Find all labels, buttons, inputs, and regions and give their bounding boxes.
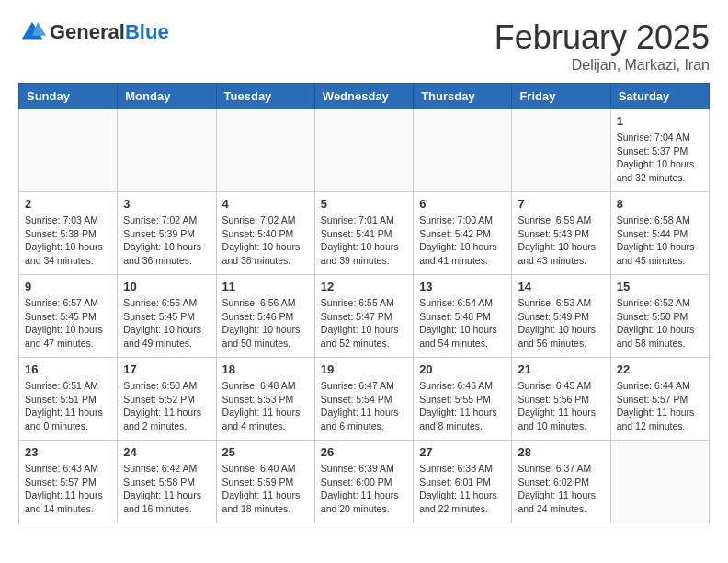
weekday-header: Sunday [19, 84, 118, 109]
day-info: Sunrise: 6:51 AM Sunset: 5:51 PM Dayligh… [25, 379, 111, 433]
day-info: Sunrise: 6:55 AM Sunset: 5:47 PM Dayligh… [321, 296, 407, 350]
calendar-cell [314, 109, 413, 192]
month-title: February 2025 [495, 18, 710, 57]
day-info: Sunrise: 6:37 AM Sunset: 6:02 PM Dayligh… [518, 462, 604, 516]
day-number: 22 [617, 362, 703, 376]
calendar-week-row: 23Sunrise: 6:43 AM Sunset: 5:57 PM Dayli… [19, 441, 710, 523]
calendar: SundayMondayTuesdayWednesdayThursdayFrid… [18, 83, 710, 523]
calendar-cell: 26Sunrise: 6:39 AM Sunset: 6:00 PM Dayli… [314, 441, 413, 523]
calendar-cell [118, 109, 216, 192]
day-info: Sunrise: 6:57 AM Sunset: 5:45 PM Dayligh… [25, 296, 111, 350]
day-info: Sunrise: 6:43 AM Sunset: 5:57 PM Dayligh… [25, 462, 111, 516]
day-info: Sunrise: 6:46 AM Sunset: 5:55 PM Dayligh… [419, 379, 506, 433]
day-info: Sunrise: 6:50 AM Sunset: 5:52 PM Dayligh… [123, 379, 210, 433]
calendar-cell: 24Sunrise: 6:42 AM Sunset: 5:58 PM Dayli… [118, 441, 216, 523]
calendar-cell: 17Sunrise: 6:50 AM Sunset: 5:52 PM Dayli… [118, 358, 216, 441]
day-number: 24 [123, 445, 210, 459]
calendar-cell: 2Sunrise: 7:03 AM Sunset: 5:38 PM Daylig… [19, 192, 118, 275]
day-number: 9 [25, 280, 111, 293]
calendar-cell [414, 109, 512, 192]
day-number: 8 [617, 197, 703, 211]
weekday-header: Wednesday [314, 84, 413, 109]
logo: GeneralBlue [18, 18, 169, 46]
day-number: 17 [123, 362, 210, 376]
calendar-cell: 21Sunrise: 6:45 AM Sunset: 5:56 PM Dayli… [512, 358, 610, 441]
page-header: GeneralBlue February 2025 Delijan, Marka… [18, 18, 710, 74]
day-number: 12 [321, 280, 407, 293]
weekday-header: Saturday [610, 84, 709, 109]
day-info: Sunrise: 6:47 AM Sunset: 5:54 PM Dayligh… [321, 379, 407, 433]
day-info: Sunrise: 6:42 AM Sunset: 5:58 PM Dayligh… [123, 462, 210, 516]
calendar-week-row: 2Sunrise: 7:03 AM Sunset: 5:38 PM Daylig… [19, 192, 710, 275]
day-number: 15 [617, 280, 703, 293]
day-number: 10 [123, 280, 210, 293]
calendar-cell: 6Sunrise: 7:00 AM Sunset: 5:42 PM Daylig… [414, 192, 512, 275]
day-number: 28 [518, 445, 604, 459]
day-info: Sunrise: 7:01 AM Sunset: 5:41 PM Dayligh… [321, 213, 407, 268]
calendar-week-row: 1Sunrise: 7:04 AM Sunset: 5:37 PM Daylig… [19, 109, 710, 192]
day-number: 5 [321, 197, 407, 211]
logo-general: General [50, 20, 125, 43]
weekday-header: Friday [512, 84, 610, 109]
day-info: Sunrise: 6:48 AM Sunset: 5:53 PM Dayligh… [222, 379, 309, 433]
calendar-cell [216, 109, 314, 192]
day-number: 4 [222, 197, 309, 211]
day-number: 21 [518, 362, 604, 376]
weekday-header: Tuesday [216, 84, 314, 109]
day-info: Sunrise: 6:59 AM Sunset: 5:43 PM Dayligh… [518, 213, 604, 268]
calendar-cell: 25Sunrise: 6:40 AM Sunset: 5:59 PM Dayli… [216, 441, 314, 523]
day-info: Sunrise: 7:02 AM Sunset: 5:40 PM Dayligh… [222, 213, 309, 268]
calendar-week-row: 16Sunrise: 6:51 AM Sunset: 5:51 PM Dayli… [19, 358, 710, 441]
day-number: 20 [419, 362, 506, 376]
calendar-cell: 18Sunrise: 6:48 AM Sunset: 5:53 PM Dayli… [216, 358, 314, 441]
calendar-cell: 22Sunrise: 6:44 AM Sunset: 5:57 PM Dayli… [610, 358, 709, 441]
calendar-cell: 13Sunrise: 6:54 AM Sunset: 5:48 PM Dayli… [414, 275, 512, 358]
calendar-cell: 11Sunrise: 6:56 AM Sunset: 5:46 PM Dayli… [216, 275, 314, 358]
calendar-cell: 28Sunrise: 6:37 AM Sunset: 6:02 PM Dayli… [512, 441, 610, 523]
title-block: February 2025 Delijan, Markazi, Iran [495, 18, 710, 74]
day-number: 14 [518, 280, 604, 293]
day-info: Sunrise: 6:39 AM Sunset: 6:00 PM Dayligh… [321, 462, 407, 516]
day-info: Sunrise: 6:56 AM Sunset: 5:46 PM Dayligh… [222, 296, 309, 350]
day-info: Sunrise: 7:03 AM Sunset: 5:38 PM Dayligh… [25, 213, 111, 268]
calendar-cell: 14Sunrise: 6:53 AM Sunset: 5:49 PM Dayli… [512, 275, 610, 358]
calendar-cell: 12Sunrise: 6:55 AM Sunset: 5:47 PM Dayli… [314, 275, 413, 358]
day-number: 25 [222, 445, 309, 459]
day-number: 23 [25, 445, 111, 459]
day-info: Sunrise: 6:38 AM Sunset: 6:01 PM Dayligh… [419, 462, 506, 516]
weekday-header: Monday [118, 84, 216, 109]
day-info: Sunrise: 6:56 AM Sunset: 5:45 PM Dayligh… [123, 296, 210, 350]
weekday-header: Thursday [414, 84, 512, 109]
calendar-cell: 3Sunrise: 7:02 AM Sunset: 5:39 PM Daylig… [118, 192, 216, 275]
day-info: Sunrise: 7:00 AM Sunset: 5:42 PM Dayligh… [419, 213, 506, 268]
calendar-cell [610, 441, 709, 523]
day-info: Sunrise: 6:44 AM Sunset: 5:57 PM Dayligh… [617, 379, 703, 433]
location: Delijan, Markazi, Iran [495, 57, 710, 74]
day-info: Sunrise: 7:02 AM Sunset: 5:39 PM Dayligh… [123, 213, 210, 268]
calendar-cell: 7Sunrise: 6:59 AM Sunset: 5:43 PM Daylig… [512, 192, 610, 275]
calendar-cell: 9Sunrise: 6:57 AM Sunset: 5:45 PM Daylig… [19, 275, 118, 358]
day-number: 6 [419, 197, 506, 211]
day-number: 1 [617, 114, 703, 128]
calendar-cell: 19Sunrise: 6:47 AM Sunset: 5:54 PM Dayli… [314, 358, 413, 441]
calendar-cell [512, 109, 610, 192]
day-info: Sunrise: 6:40 AM Sunset: 5:59 PM Dayligh… [222, 462, 309, 516]
calendar-cell: 23Sunrise: 6:43 AM Sunset: 5:57 PM Dayli… [19, 441, 118, 523]
day-info: Sunrise: 6:52 AM Sunset: 5:50 PM Dayligh… [617, 296, 703, 350]
day-info: Sunrise: 6:54 AM Sunset: 5:48 PM Dayligh… [419, 296, 506, 350]
day-number: 18 [222, 362, 309, 376]
day-number: 19 [321, 362, 407, 376]
day-info: Sunrise: 6:58 AM Sunset: 5:44 PM Dayligh… [617, 213, 703, 268]
calendar-cell [19, 109, 118, 192]
day-info: Sunrise: 6:53 AM Sunset: 5:49 PM Dayligh… [518, 296, 604, 350]
day-number: 26 [321, 445, 407, 459]
calendar-cell: 1Sunrise: 7:04 AM Sunset: 5:37 PM Daylig… [610, 109, 709, 192]
day-number: 11 [222, 280, 309, 293]
day-number: 27 [419, 445, 506, 459]
calendar-cell: 20Sunrise: 6:46 AM Sunset: 5:55 PM Dayli… [414, 358, 512, 441]
day-number: 16 [25, 362, 111, 376]
calendar-week-row: 9Sunrise: 6:57 AM Sunset: 5:45 PM Daylig… [19, 275, 710, 358]
calendar-cell: 15Sunrise: 6:52 AM Sunset: 5:50 PM Dayli… [610, 275, 709, 358]
day-info: Sunrise: 6:45 AM Sunset: 5:56 PM Dayligh… [518, 379, 604, 433]
day-number: 3 [123, 197, 210, 211]
